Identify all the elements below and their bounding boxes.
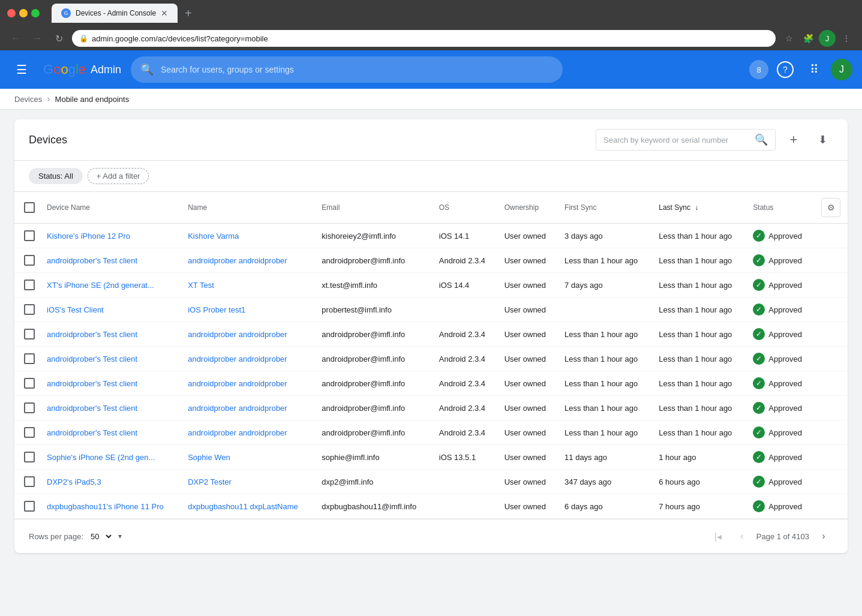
status-filter-chip[interactable]: Status: All	[29, 168, 83, 184]
cell-device-name-11: dxpbugbashou11's iPhone 11 Pro	[40, 494, 181, 519]
card-title: Devices	[29, 134, 67, 146]
bookmark-button[interactable]: ☆	[780, 30, 797, 47]
row-checkbox-7[interactable]	[24, 402, 35, 413]
device-name-link-11[interactable]: dxpbugbashou11's iPhone 11 Pro	[47, 502, 164, 511]
person-name-link-5[interactable]: androidprober androidprober	[188, 354, 287, 363]
cell-name-7: androidprober androidprober	[181, 396, 314, 420]
device-name-link-9[interactable]: Sophie's iPhone SE (2nd gen...	[47, 453, 155, 462]
device-name-link-1[interactable]: androidprober's Test client	[47, 256, 137, 265]
status-text-5: Approved	[768, 354, 802, 363]
person-name-link-8[interactable]: androidprober androidprober	[188, 428, 287, 437]
download-button[interactable]: ⬇	[812, 129, 833, 151]
cell-last-sync-8: Less than 1 hour ago	[651, 420, 746, 445]
person-name-link-2[interactable]: XT Test	[188, 281, 214, 290]
apps-button[interactable]: ⠿	[802, 58, 826, 82]
refresh-button[interactable]: ↻	[50, 30, 67, 47]
cell-email-0: kishoreiey2@imfl.info	[314, 224, 431, 248]
dot-green[interactable]	[31, 9, 40, 17]
row-checkbox-8[interactable]	[24, 427, 35, 438]
tab-close-icon[interactable]: ✕	[161, 8, 168, 18]
table-row: androidprober's Test client androidprobe…	[14, 396, 848, 420]
device-name-link-7[interactable]: androidprober's Test client	[47, 404, 137, 413]
row-checkbox-2[interactable]	[24, 280, 35, 290]
row-checkbox-10[interactable]	[24, 476, 35, 487]
row-checkbox-11[interactable]	[24, 501, 35, 512]
add-filter-button[interactable]: + Add a filter	[88, 168, 149, 184]
person-name-link-7[interactable]: androidprober androidprober	[188, 404, 287, 413]
first-page-button[interactable]: |◂	[708, 527, 728, 546]
row-checkbox-cell-7	[14, 396, 40, 420]
cell-last-sync-5: Less than 1 hour ago	[651, 347, 746, 371]
cell-name-2: XT Test	[181, 273, 314, 298]
device-name-link-6[interactable]: androidprober's Test client	[47, 379, 137, 388]
col-first-sync: First Sync	[557, 192, 651, 224]
device-name-link-0[interactable]: Kishore's iPhone 12 Pro	[47, 232, 130, 241]
status-text-2: Approved	[768, 281, 802, 290]
device-name-link-2[interactable]: XT's iPhone SE (2nd generat...	[47, 281, 154, 290]
next-page-button[interactable]: ›	[814, 527, 833, 546]
device-search-input[interactable]	[603, 136, 750, 145]
cell-name-11: dxpbugbashou11 dxpLastName	[181, 494, 314, 519]
cell-first-sync-3	[557, 298, 651, 322]
person-name-link-4[interactable]: androidprober androidprober	[188, 330, 287, 339]
address-bar-row: ← → ↻ 🔒 admin.google.com/ac/devices/list…	[0, 26, 862, 50]
column-settings-button[interactable]: ⚙	[821, 198, 840, 217]
device-name-link-5[interactable]: androidprober's Test client	[47, 354, 137, 363]
person-name-link-0[interactable]: Kishore Varma	[188, 232, 239, 241]
cell-ownership-10: User owned	[497, 470, 557, 494]
status-text-7: Approved	[768, 404, 802, 413]
cell-status-8: ✓ Approved	[746, 420, 814, 445]
cell-first-sync-0: 3 days ago	[557, 224, 651, 248]
person-name-link-11[interactable]: dxpbugbashou11 dxpLastName	[188, 502, 298, 511]
person-name-link-1[interactable]: androidprober androidprober	[188, 256, 287, 265]
profile-button[interactable]: J	[819, 30, 836, 47]
help-button[interactable]: ?	[773, 58, 797, 82]
device-name-link-8[interactable]: androidprober's Test client	[47, 428, 137, 437]
forward-button[interactable]: →	[29, 30, 46, 47]
row-checkbox-3[interactable]	[24, 304, 35, 315]
cell-email-9: sophie@imfl.info	[314, 445, 431, 470]
row-checkbox-5[interactable]	[24, 353, 35, 364]
row-checkbox-1[interactable]	[24, 255, 35, 266]
hamburger-menu-button[interactable]: ☰	[10, 58, 34, 82]
dot-yellow[interactable]	[19, 9, 28, 17]
person-name-link-9[interactable]: Sophie Wen	[188, 453, 230, 462]
col-last-sync[interactable]: Last Sync ↓	[651, 192, 746, 224]
logo-admin-text: Admin	[91, 64, 121, 76]
select-all-checkbox[interactable]	[24, 202, 35, 213]
extensions-button[interactable]: 🧩	[800, 30, 816, 47]
cell-status-10: ✓ Approved	[746, 470, 814, 494]
breadcrumb-separator: ›	[47, 94, 50, 104]
dot-red[interactable]	[7, 9, 16, 17]
back-button[interactable]: ←	[7, 30, 24, 47]
row-checkbox-4[interactable]	[24, 329, 35, 339]
device-name-link-10[interactable]: DXP2's iPad5,3	[47, 477, 101, 486]
breadcrumb-devices-link[interactable]: Devices	[14, 95, 42, 104]
menu-button[interactable]: ⋮	[838, 30, 855, 47]
browser-tab[interactable]: G Devices - Admin Console ✕	[52, 4, 178, 23]
new-tab-button[interactable]: +	[185, 7, 192, 20]
address-bar[interactable]: 🔒 admin.google.com/ac/devices/list?categ…	[72, 30, 776, 47]
row-checkbox-0[interactable]	[24, 230, 35, 241]
cell-last-sync-6: Less than 1 hour ago	[651, 371, 746, 396]
device-search-box[interactable]: 🔍	[596, 129, 776, 151]
prev-page-button[interactable]: ‹	[732, 527, 752, 546]
notification-badge[interactable]: 8	[749, 60, 768, 79]
row-checkbox-9[interactable]	[24, 452, 35, 462]
header-search-input[interactable]	[161, 65, 553, 74]
status-cell-1: ✓ Approved	[753, 254, 807, 266]
rows-per-page-select[interactable]: 50 100 200	[88, 531, 113, 542]
person-name-link-3[interactable]: iOS Prober test1	[188, 305, 245, 314]
person-name-link-6[interactable]: androidprober androidprober	[188, 379, 287, 388]
header-search-box[interactable]: 🔍	[131, 56, 563, 83]
cell-first-sync-5: Less than 1 hour ago	[557, 347, 651, 371]
browser-dots	[7, 9, 40, 17]
row-checkbox-cell-10	[14, 470, 40, 494]
add-device-button[interactable]: +	[783, 129, 804, 151]
person-name-link-10[interactable]: DXP2 Tester	[188, 477, 232, 486]
device-name-link-3[interactable]: iOS's Test Client	[47, 305, 104, 314]
cell-device-name-10: DXP2's iPad5,3	[40, 470, 181, 494]
device-name-link-4[interactable]: androidprober's Test client	[47, 330, 137, 339]
row-checkbox-6[interactable]	[24, 378, 35, 389]
user-avatar[interactable]: J	[831, 59, 852, 80]
